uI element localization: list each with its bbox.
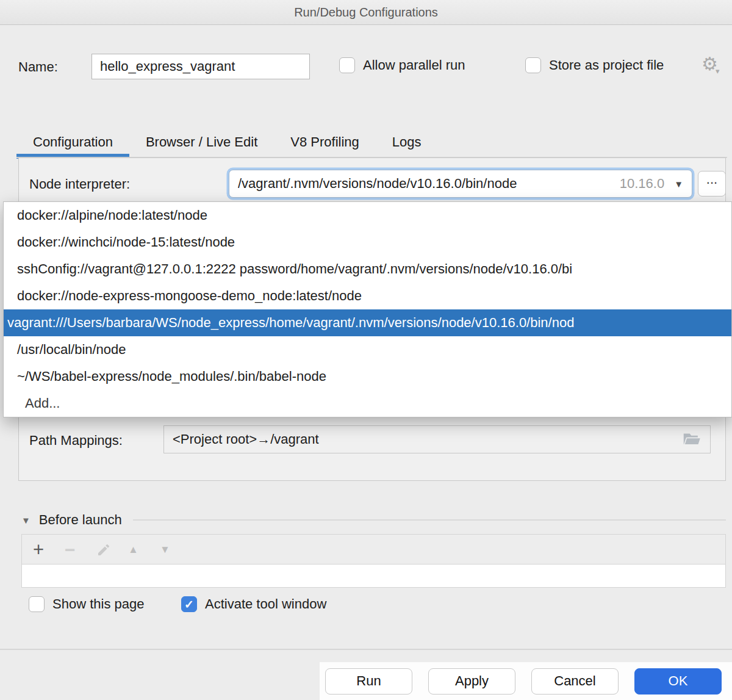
before-launch-toolbar: + − ▲ ▼ bbox=[21, 534, 726, 565]
show-this-page-checkbox-label: Show this page bbox=[52, 596, 144, 612]
show-this-page-checkbox-box[interactable] bbox=[29, 596, 45, 612]
store-as-project-file-checkbox[interactable]: Store as project file bbox=[525, 57, 664, 73]
allow-parallel-run-checkbox[interactable]: Allow parallel run bbox=[339, 57, 465, 73]
dialog-title: Run/Debug Configurations bbox=[294, 5, 438, 20]
browse-interpreter-button[interactable]: ... bbox=[698, 171, 726, 197]
before-launch-task-list[interactable] bbox=[21, 564, 726, 588]
before-launch-section: ▼ Before launch bbox=[21, 511, 726, 529]
dialog-button-bar: RunApplyCancelOK bbox=[320, 662, 732, 700]
gear-caret-icon: ▾ bbox=[716, 67, 720, 76]
folder-icon[interactable] bbox=[683, 432, 702, 447]
dialog-titlebar: Run/Debug Configurations bbox=[0, 0, 732, 25]
configuration-tabs: ConfigurationBrowser / Live EditV8 Profi… bbox=[0, 125, 732, 159]
dropdown-add-item[interactable]: Add... bbox=[4, 390, 731, 417]
collapse-triangle-icon[interactable]: ▼ bbox=[21, 515, 30, 525]
allow-parallel-run-checkbox-label: Allow parallel run bbox=[363, 57, 465, 73]
path-mappings-field[interactable]: <Project root>→/vagrant bbox=[163, 425, 711, 453]
store-as-project-file-checkbox-label: Store as project file bbox=[549, 57, 664, 73]
add-task-button[interactable]: + bbox=[33, 540, 65, 559]
path-mappings-label: Path Mappings: bbox=[29, 433, 123, 449]
node-interpreter-value: /vagrant/.nvm/versions/node/v10.16.0/bin… bbox=[238, 176, 517, 192]
node-interpreter-combobox[interactable]: /vagrant/.nvm/versions/node/v10.16.0/bin… bbox=[229, 170, 692, 198]
move-down-button[interactable]: ▼ bbox=[160, 544, 192, 556]
name-input[interactable]: hello_express_vagrant bbox=[92, 54, 310, 79]
cancel-button[interactable]: Cancel bbox=[531, 668, 619, 695]
tab-v8-profiling[interactable]: V8 Profiling bbox=[274, 125, 376, 159]
dropdown-item[interactable]: vagrant:///Users/barbara/WS/node_express… bbox=[4, 309, 731, 336]
edit-task-button[interactable] bbox=[96, 543, 128, 557]
plus-icon: + bbox=[33, 540, 44, 559]
tab-logs[interactable]: Logs bbox=[376, 125, 438, 159]
dropdown-item[interactable]: sshConfig://vagrant@127.0.0.1:2222 passw… bbox=[4, 256, 731, 283]
triangle-up-icon: ▲ bbox=[128, 544, 138, 556]
node-interpreter-label: Node interpreter: bbox=[29, 176, 130, 192]
run-debug-configurations-dialog: Run/Debug Configurations Name: hello_exp… bbox=[0, 0, 732, 700]
dropdown-item[interactable]: docker://node-express-mongoose-demo_node… bbox=[4, 283, 731, 309]
ok-button[interactable]: OK bbox=[634, 668, 722, 695]
dropdown-item[interactable]: docker://alpine/node:latest/node bbox=[4, 202, 731, 229]
gear-icon[interactable]: ⚙▾ bbox=[702, 55, 722, 73]
run-button[interactable]: Run bbox=[325, 668, 412, 695]
allow-parallel-run-checkbox-box[interactable] bbox=[339, 57, 355, 73]
footer-divider bbox=[0, 649, 732, 650]
dropdown-item[interactable]: /usr/local/bin/node bbox=[4, 336, 731, 363]
node-version-badge: 10.16.0 bbox=[612, 176, 674, 192]
name-label: Name: bbox=[18, 59, 58, 75]
move-up-button[interactable]: ▲ bbox=[128, 544, 160, 556]
before-launch-label: Before launch bbox=[39, 512, 122, 528]
triangle-down-icon: ▼ bbox=[160, 544, 170, 556]
show-this-page-checkbox[interactable]: Show this page bbox=[29, 596, 144, 612]
tab-browser-live-edit[interactable]: Browser / Live Edit bbox=[129, 125, 274, 159]
pencil-icon bbox=[96, 543, 111, 557]
dropdown-item[interactable]: docker://winchci/node-15:latest/node bbox=[4, 229, 731, 256]
chevron-down-icon[interactable]: ▼ bbox=[674, 179, 683, 189]
dropdown-item[interactable]: ~/WS/babel-express/node_modules/.bin/bab… bbox=[4, 363, 731, 390]
before-launch-divider bbox=[133, 519, 726, 521]
tab-configuration[interactable]: Configuration bbox=[16, 125, 129, 159]
path-mappings-value: <Project root>→/vagrant bbox=[173, 431, 319, 447]
apply-button[interactable]: Apply bbox=[428, 668, 515, 695]
activate-tool-window-checkbox[interactable]: ✓Activate tool window bbox=[181, 596, 326, 612]
minus-icon: − bbox=[65, 541, 76, 559]
activate-tool-window-checkbox-box[interactable]: ✓ bbox=[181, 596, 197, 612]
store-as-project-file-checkbox-box[interactable] bbox=[525, 57, 541, 73]
remove-task-button[interactable]: − bbox=[65, 541, 96, 559]
activate-tool-window-checkbox-label: Activate tool window bbox=[205, 596, 326, 612]
interpreter-dropdown-popup: docker://alpine/node:latest/nodedocker:/… bbox=[3, 201, 732, 417]
